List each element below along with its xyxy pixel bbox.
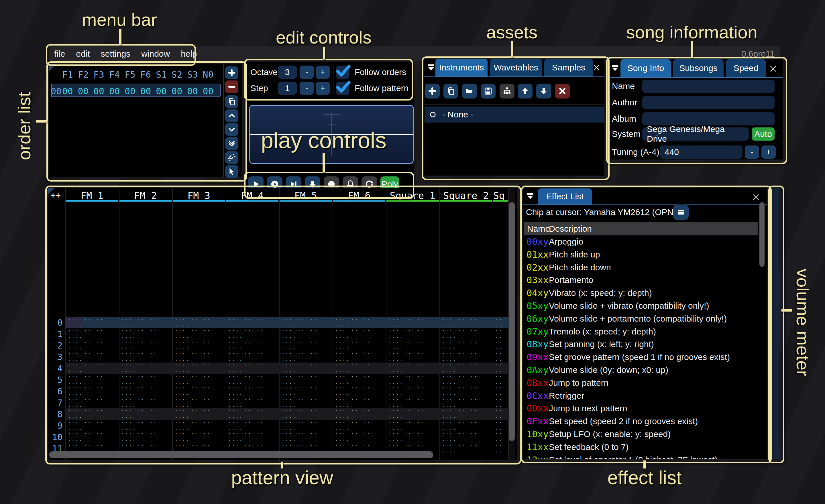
pattern-cell[interactable]: ··· ·· ·· ····	[442, 431, 491, 443]
pattern-cell[interactable]: ··· ·· ·· ····	[121, 317, 170, 328]
author-field[interactable]	[642, 96, 774, 109]
assets-folder-open-button[interactable]	[462, 84, 477, 98]
pattern-cell[interactable]: ··· ·· ·· ····	[174, 351, 224, 362]
menu-item-file[interactable]: file	[49, 49, 70, 59]
pattern-cell[interactable]: ··· ·· ·· ····	[68, 362, 117, 374]
pattern-corner-button[interactable]: ++	[51, 190, 61, 200]
pattern-hscrollbar-thumb[interactable]	[49, 451, 433, 458]
pattern-cell[interactable]: ··· ·· ·· ····	[121, 408, 170, 420]
pattern-cell[interactable]: ··· ·· ·· ····	[442, 420, 491, 431]
pattern-cell[interactable]: ··· ·· ·· ····	[442, 443, 491, 454]
pattern-cell[interactable]: ··· ·· ·· ····	[228, 328, 277, 340]
pattern-cell[interactable]: ··· ·· ·· ····	[495, 362, 508, 374]
octave-plus-button[interactable]: +	[316, 66, 330, 79]
checkbox-follow-pattern[interactable]	[336, 82, 350, 95]
assets-arrow-down-button[interactable]	[536, 84, 551, 98]
pattern-cell[interactable]: ··· ·· ·· ····	[174, 386, 224, 397]
tab-effect-list[interactable]: Effect List	[538, 188, 592, 204]
pattern-cell[interactable]: ··· ·· ·· ····	[228, 431, 277, 443]
pattern-cell[interactable]: ··· ·· ·· ····	[68, 408, 117, 420]
collapse-icon[interactable]	[427, 63, 435, 72]
order-cell[interactable]: 00	[75, 86, 91, 96]
pattern-cell[interactable]: ··· ·· ·· ····	[442, 386, 491, 397]
tab-samples[interactable]: Samples	[544, 59, 593, 76]
pattern-cell[interactable]: ··· ·· ·· ····	[228, 374, 277, 386]
pattern-cell[interactable]: ··· ·· ·· ····	[281, 328, 330, 340]
menu-item-edit[interactable]: edit	[70, 49, 95, 59]
pattern-cell[interactable]: ··· ·· ·· ····	[388, 317, 437, 328]
pattern-cell[interactable]: ··· ·· ·· ····	[495, 317, 508, 328]
menu-item-settings[interactable]: settings	[95, 49, 136, 59]
pattern-cell[interactable]: ··· ·· ·· ····	[388, 431, 437, 443]
pattern-cell[interactable]: ··· ·· ·· ····	[174, 420, 224, 431]
pattern-cell[interactable]: ··· ·· ·· ····	[228, 340, 277, 351]
menu-item-window[interactable]: window	[136, 49, 175, 59]
effect-row[interactable]: 0DxxJump to next pattern	[524, 402, 758, 415]
pattern-cell[interactable]: ··· ·· ·· ····	[174, 362, 224, 374]
effect-row[interactable]: 02xxPitch slide down	[524, 261, 758, 274]
effect-scrollbar-thumb[interactable]	[759, 202, 764, 267]
pattern-cell[interactable]: ··· ·· ·· ····	[68, 386, 117, 397]
order-plus-button[interactable]	[225, 67, 238, 79]
pattern-cell[interactable]: ··· ·· ·· ····	[442, 340, 491, 351]
pattern-cell[interactable]: ··· ·· ·· ····	[121, 386, 170, 397]
pattern-cell[interactable]: ··· ·· ·· ····	[228, 420, 277, 431]
pattern-cell[interactable]: ··· ·· ·· ····	[68, 328, 117, 340]
pattern-cell[interactable]: ··· ·· ·· ····	[228, 408, 277, 420]
assets-tree-button[interactable]	[500, 84, 515, 98]
pattern-cell[interactable]: ··· ·· ·· ····	[335, 328, 384, 340]
pattern-cell[interactable]: ··· ·· ·· ····	[281, 351, 330, 362]
effect-row[interactable]: 0BxxJump to pattern	[524, 376, 758, 389]
pattern-cell[interactable]: ··· ·· ·· ····	[281, 362, 330, 374]
effect-row[interactable]: 10xySetup LFO (x: enable; y: speed)	[524, 428, 758, 440]
effect-row[interactable]: 07xyTremolo (x: speed; y: depth)	[524, 325, 758, 338]
pattern-cell[interactable]: ··· ·· ·· ····	[335, 408, 384, 420]
tuning-field[interactable]: 440	[660, 146, 743, 159]
effect-row[interactable]: 11xxSet feedback (0 to 7)	[524, 441, 758, 453]
pattern-cell[interactable]: ··· ·· ·· ····	[228, 397, 277, 408]
pattern-cell[interactable]: ··· ·· ·· ····	[495, 408, 508, 420]
order-cell[interactable]: 00	[138, 86, 154, 96]
pattern-cell[interactable]: ··· ·· ·· ····	[442, 328, 491, 340]
close-icon[interactable]	[752, 193, 760, 201]
pattern-cell[interactable]: ··· ·· ·· ····	[442, 317, 491, 328]
order-cell[interactable]: 00	[106, 86, 123, 96]
tab-song-info[interactable]: Song Info	[620, 59, 671, 77]
step-value[interactable]: 1	[278, 82, 297, 95]
pattern-cell[interactable]: ··· ·· ·· ····	[174, 431, 224, 443]
pattern-cell[interactable]: ··· ·· ·· ····	[121, 431, 170, 443]
order-cell[interactable]: 00	[200, 86, 216, 96]
name-field[interactable]	[642, 80, 774, 93]
order-unlink-button[interactable]	[225, 151, 238, 164]
pattern-cell[interactable]: ··· ·· ·· ····	[335, 431, 384, 443]
effect-row[interactable]: 12xxSet level of operator 1 (0 highest, …	[524, 453, 758, 459]
pattern-cell[interactable]: ··· ·· ·· ····	[442, 351, 491, 362]
effect-row[interactable]: 01xxPitch slide up	[524, 248, 758, 261]
order-chevron-down-button[interactable]	[225, 123, 238, 136]
pattern-cell[interactable]: ··· ·· ·· ····	[442, 397, 491, 408]
tab-speed[interactable]: Speed	[726, 59, 766, 77]
pattern-cell[interactable]: ··· ·· ·· ····	[495, 374, 508, 386]
effect-list-menu-button[interactable]	[673, 204, 689, 220]
order-minus-button[interactable]	[225, 80, 238, 93]
pattern-cell[interactable]: ··· ·· ·· ····	[281, 431, 330, 443]
order-cell[interactable]: 00	[60, 86, 76, 96]
order-cell[interactable]: 00	[122, 86, 138, 96]
pattern-cell[interactable]: ··· ·· ·· ····	[335, 386, 384, 397]
pattern-cell[interactable]: ··· ·· ·· ····	[228, 386, 277, 397]
auto-button[interactable]: Auto	[752, 128, 774, 141]
pattern-cell[interactable]: ··· ·· ·· ····	[281, 317, 330, 328]
pattern-cell[interactable]: ··· ·· ·· ····	[121, 340, 170, 351]
assets-copy-button[interactable]	[443, 84, 458, 98]
pattern-cell[interactable]: ··· ·· ·· ····	[495, 351, 508, 362]
pattern-cell[interactable]: ··· ·· ·· ····	[68, 397, 117, 408]
pattern-cell[interactable]: ··· ·· ·· ····	[174, 340, 224, 351]
pattern-cell[interactable]: ··· ·· ·· ····	[388, 397, 437, 408]
system-field[interactable]: Sega Genesis/Mega Drive	[642, 128, 749, 141]
order-chevron-up-button[interactable]	[225, 109, 238, 122]
effect-row[interactable]: 03xxPortamento	[524, 274, 758, 286]
effect-row[interactable]: 04xyVibrato (x: speed; y: depth)	[524, 287, 758, 299]
pattern-cell[interactable]: ··· ·· ·· ····	[442, 408, 491, 420]
pattern-cell[interactable]: ··· ·· ·· ····	[281, 340, 330, 351]
pattern-cell[interactable]: ··· ·· ·· ····	[388, 351, 437, 362]
